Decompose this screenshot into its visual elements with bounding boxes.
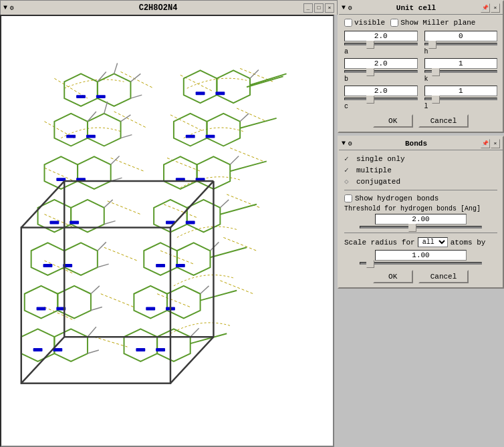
a-field: 2.0 <box>344 31 418 47</box>
svg-rect-70 <box>43 264 52 267</box>
scale-label: Scale radius for <box>344 239 415 247</box>
svg-rect-63 <box>96 95 106 98</box>
h-slider[interactable] <box>424 43 498 45</box>
separator-2 <box>344 233 497 233</box>
bonds-content: ✓ single only ✓ multiple ◇ conjugated Sh… <box>339 150 503 287</box>
svg-rect-76 <box>196 92 205 95</box>
svg-rect-77 <box>215 92 225 95</box>
visible-checkbox[interactable] <box>344 19 352 27</box>
svg-rect-86 <box>146 307 155 311</box>
unit-cell-pin-btn[interactable]: 📌 <box>481 3 490 13</box>
bonds-title-bar: ▼ ⚙ Bonds 📌 × <box>339 137 503 150</box>
b-slider[interactable] <box>344 70 418 73</box>
c-slider[interactable] <box>344 98 418 100</box>
bonds-collapse[interactable]: ▼ <box>342 140 346 147</box>
scale-dropdown[interactable]: all <box>418 237 448 247</box>
cl-fields: 2.0 1 <box>344 86 497 102</box>
c-value: 2.0 <box>344 86 418 96</box>
bonds-close-btn[interactable]: × <box>491 139 500 148</box>
b-value: 2.0 <box>344 58 418 69</box>
conjugated-label: conjugated <box>356 178 400 186</box>
visibility-row: visible Show Miller plane <box>344 19 497 27</box>
svg-rect-65 <box>86 135 96 138</box>
svg-rect-78 <box>186 135 195 138</box>
minimize-btn-main[interactable]: _ <box>303 3 313 13</box>
h-label: h <box>424 48 498 55</box>
bonds-title: Bonds <box>352 140 480 148</box>
svg-rect-64 <box>66 135 76 138</box>
threshold-slider[interactable] <box>360 226 482 229</box>
molecule-viewer-panel: ▼ ⚙ C2H8O2N4 _ □ × <box>0 0 338 447</box>
l-label: l <box>424 103 498 110</box>
c-label: c <box>344 103 418 110</box>
separator-1 <box>344 190 497 190</box>
collapse-arrow-main[interactable]: ▼ <box>3 4 7 11</box>
miller-label: Show Miller plane <box>400 19 475 27</box>
l-slider[interactable] <box>424 98 498 100</box>
svg-rect-62 <box>76 95 86 98</box>
b-field: 2.0 <box>344 58 418 74</box>
a-label: a <box>344 48 418 55</box>
unit-cell-cancel-btn[interactable]: Cancel <box>418 114 469 128</box>
bk-fields: 2.0 1 <box>344 58 497 74</box>
unit-cell-title-bar: ▼ ⚙ Unit cell 📌 × <box>339 1 503 15</box>
svg-rect-85 <box>176 264 185 267</box>
k-value: 1 <box>424 58 498 69</box>
svg-rect-68 <box>49 221 59 225</box>
conjugated-row: ◇ conjugated <box>344 177 497 186</box>
svg-rect-69 <box>70 221 79 225</box>
unit-cell-ok-btn[interactable]: OK <box>373 114 413 128</box>
bonds-window: ▼ ⚙ Bonds 📌 × ✓ single only ✓ multiple ◇ <box>338 136 504 289</box>
svg-rect-88 <box>136 348 145 351</box>
scale-value: 1.00 <box>375 250 467 261</box>
viewer-canvas <box>0 15 334 447</box>
b-label: b <box>344 76 418 83</box>
hydrogen-bonds-label: Show hydrogen bonds <box>355 194 438 202</box>
threshold-value: 2.00 <box>375 214 467 225</box>
main-title: C2H8O2N4 <box>14 3 302 13</box>
maximize-btn-main[interactable]: □ <box>314 3 324 13</box>
single-only-check: ✓ <box>344 154 354 163</box>
bonds-pin-btn[interactable]: 📌 <box>481 139 490 148</box>
k-slider[interactable] <box>424 70 498 73</box>
unit-cell-close-btn[interactable]: × <box>491 3 500 13</box>
svg-rect-74 <box>33 348 43 351</box>
atoms-by-label: atoms by <box>451 239 486 247</box>
k-label: k <box>424 76 498 83</box>
ah-fields: 2.0 0 <box>344 31 497 47</box>
k-field: 1 <box>424 58 498 74</box>
svg-rect-79 <box>206 135 215 138</box>
unit-cell-buttons: OK Cancel <box>344 114 497 128</box>
miller-checkbox-label[interactable]: Show Miller plane <box>390 19 475 27</box>
scale-slider[interactable] <box>360 262 482 265</box>
close-btn-main[interactable]: × <box>325 3 334 13</box>
c-field: 2.0 <box>344 86 418 102</box>
scale-value-section: 1.00 <box>344 250 497 265</box>
a-slider[interactable] <box>344 43 418 45</box>
bonds-buttons: OK Cancel <box>344 270 497 283</box>
ah-labels: a h <box>344 48 497 55</box>
hydrogen-bonds-row: Show hydrogen bonds <box>344 194 497 202</box>
hydrogen-bonds-checkbox[interactable] <box>344 194 352 202</box>
single-only-row: ✓ single only <box>344 154 497 163</box>
bonds-cancel-btn[interactable]: Cancel <box>418 270 469 283</box>
svg-rect-83 <box>186 221 195 225</box>
svg-rect-89 <box>156 348 165 351</box>
bonds-ok-btn[interactable]: OK <box>373 270 413 283</box>
unit-cell-content: visible Show Miller plane 2.0 0 <box>339 15 503 132</box>
a-value: 2.0 <box>344 31 418 41</box>
threshold-section: Threshold for hydrogen bonds [Ang] 2.00 <box>344 205 497 229</box>
conjugated-check: ◇ <box>344 177 354 186</box>
l-value: 1 <box>424 86 498 96</box>
multiple-label: multiple <box>356 166 392 174</box>
unit-cell-collapse[interactable]: ▼ <box>342 4 346 11</box>
right-panel: ▼ ⚙ Unit cell 📌 × visible Show Miller pl… <box>338 0 504 447</box>
unit-cell-title: Unit cell <box>352 4 480 12</box>
unit-cell-window: ▼ ⚙ Unit cell 📌 × visible Show Miller pl… <box>338 0 504 133</box>
multiple-row: ✓ multiple <box>344 166 497 174</box>
miller-checkbox[interactable] <box>390 19 398 27</box>
threshold-label: Threshold for hydrogen bonds [Ang] <box>344 205 497 212</box>
scale-row: Scale radius for all atoms by <box>344 237 497 247</box>
visible-checkbox-label[interactable]: visible <box>344 19 385 27</box>
h-value: 0 <box>424 31 498 41</box>
